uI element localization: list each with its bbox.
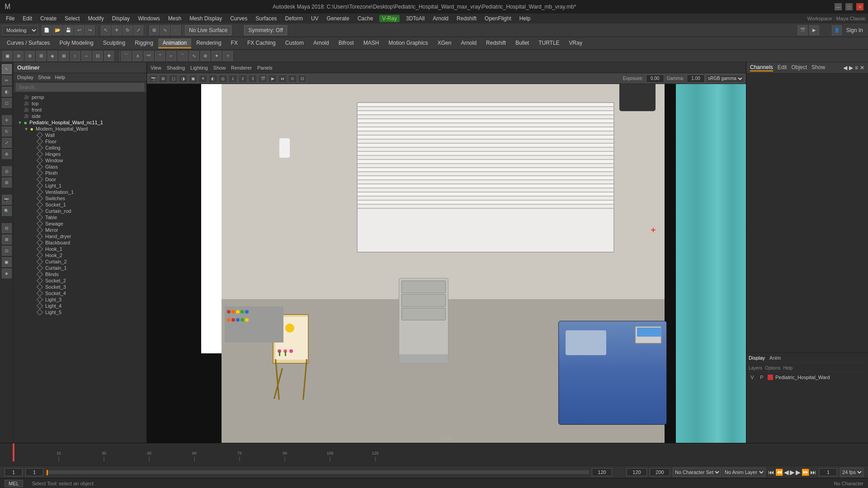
minimize-button[interactable]: — <box>835 3 842 10</box>
ipr-button[interactable]: ▶ <box>809 25 819 35</box>
icon-curve3[interactable]: ⌤ <box>144 51 154 61</box>
camera-track[interactable]: 🔍 <box>2 206 12 216</box>
list-item[interactable]: Door <box>14 176 146 183</box>
list-item[interactable]: Wall <box>14 132 146 138</box>
vp-res-high[interactable]: 3 <box>248 75 257 83</box>
menu-help[interactable]: Help <box>516 14 534 23</box>
tab-curves-surfaces[interactable]: Curves / Surfaces <box>2 38 54 48</box>
menu-redshift[interactable]: Redshift <box>453 14 480 23</box>
redo-button[interactable]: ↪ <box>85 25 95 35</box>
list-item[interactable]: Glass <box>14 164 146 170</box>
no-live-surface-label[interactable]: No Live Surface <box>185 25 231 35</box>
menu-mesh[interactable]: Mesh <box>165 14 185 23</box>
icon-left1[interactable]: ⊟ <box>2 223 12 233</box>
current-frame-input[interactable] <box>5 468 23 476</box>
no-character-set-select[interactable]: No Character Set <box>673 468 721 477</box>
tab-poly-modeling[interactable]: Poly Modeling <box>55 38 98 48</box>
panel-collapse-icon[interactable]: ▶ <box>849 65 853 71</box>
tab-motion-graphics[interactable]: Motion Graphics <box>384 38 432 48</box>
layer-vis-p[interactable]: P <box>758 375 765 380</box>
icon-curve9[interactable]: ✦ <box>212 51 222 61</box>
scale-tool2[interactable]: ⤢ <box>2 138 12 148</box>
icon-curve2[interactable]: ∧ <box>132 51 142 61</box>
list-item[interactable]: Curtain_rod <box>14 208 146 214</box>
gamma-input[interactable] <box>687 75 705 83</box>
vp-wire-btn[interactable]: ◻ <box>169 75 178 83</box>
menu-generate[interactable]: Generate <box>323 14 353 23</box>
range-end2-input[interactable] <box>650 468 670 476</box>
viewport-show-menu[interactable]: Show <box>213 65 226 70</box>
outliner-help-menu[interactable]: Help <box>55 75 66 80</box>
snap-point-button[interactable]: · <box>171 25 181 35</box>
select-tool-button[interactable]: ↖ <box>101 25 111 35</box>
outliner-show-menu[interactable]: Show <box>38 75 51 80</box>
list-item[interactable]: Table <box>14 214 146 221</box>
vp-hud-btn[interactable]: ⊡ <box>298 75 307 83</box>
list-item[interactable]: Light_5 <box>14 309 146 315</box>
icon-curve1[interactable]: ⌒ <box>121 51 131 61</box>
outliner-search-input[interactable] <box>16 83 144 91</box>
icon-tb6[interactable]: ⊠ <box>59 51 69 61</box>
list-item[interactable]: 🎥 top <box>14 100 146 107</box>
range-start2-input[interactable] <box>627 468 647 476</box>
tab-rigging[interactable]: Rigging <box>130 38 158 48</box>
tab-arnold[interactable]: Arnold <box>309 38 334 48</box>
sign-in-label[interactable]: Sign In <box>844 27 866 33</box>
icon-tb2[interactable]: ⊕ <box>14 51 24 61</box>
snap-grid-button[interactable]: ⊞ <box>149 25 159 35</box>
universal-tool[interactable]: ⊕ <box>2 149 12 159</box>
list-item[interactable]: Curtain_2 <box>14 258 146 265</box>
vp-camera-btn[interactable]: 📷 <box>149 75 158 83</box>
play-forward-button[interactable]: ▶ <box>790 469 795 476</box>
anim-layers-tab[interactable]: Anim <box>769 355 781 361</box>
tab-redshift[interactable]: Redshift <box>481 38 510 48</box>
list-item[interactable]: Socket_3 <box>14 284 146 290</box>
vp-xray-btn[interactable]: ◎ <box>218 75 227 83</box>
list-item[interactable]: Mirror <box>14 227 146 233</box>
render-button[interactable]: 🎬 <box>797 25 807 35</box>
menu-file[interactable]: File <box>2 14 18 23</box>
tab-sculpting[interactable]: Sculpting <box>99 38 130 48</box>
tab-bifrost[interactable]: Bifrost <box>334 38 359 48</box>
prev-frame-button[interactable]: ⏪ <box>775 469 783 476</box>
object-tab[interactable]: Object <box>791 64 807 71</box>
go-start-button[interactable]: ⏮ <box>768 469 774 476</box>
icon-tb9[interactable]: ⊟ <box>93 51 103 61</box>
menu-openflight[interactable]: OpenFlight <box>481 14 515 23</box>
icon-tb8[interactable]: ↔ <box>81 51 91 61</box>
move-tool-button[interactable]: ✛ <box>112 25 122 35</box>
menu-vray[interactable]: V-Ray <box>379 15 400 22</box>
rotate-tool-button[interactable]: ↻ <box>123 25 132 35</box>
tab-xgen[interactable]: XGen <box>433 38 456 48</box>
list-item[interactable]: Window <box>14 157 146 164</box>
icon-curve8[interactable]: ⊛ <box>200 51 210 61</box>
close-button[interactable]: ✕ <box>856 3 863 10</box>
list-item[interactable]: 🎥 side <box>14 113 146 119</box>
icon-left2[interactable]: ⊠ <box>2 235 12 244</box>
list-item[interactable]: Light_4 <box>14 303 146 309</box>
list-item[interactable]: Hook_2 <box>14 252 146 258</box>
show-manip-tool[interactable]: ⊞ <box>2 178 12 188</box>
undo-button[interactable]: ↩ <box>74 25 84 35</box>
maximize-button[interactable]: □ <box>845 3 853 10</box>
list-item[interactable]: Hook_1 <box>14 246 146 252</box>
sign-in-button[interactable]: 👤 <box>832 25 842 35</box>
mode-select[interactable]: Modeling Rigging Animation <box>2 25 38 35</box>
next-frame-button[interactable]: ⏩ <box>802 469 809 476</box>
list-item[interactable]: Ventilation_1 <box>14 189 146 195</box>
list-item[interactable]: Ceiling <box>14 145 146 151</box>
list-item[interactable]: Light_3 <box>14 296 146 303</box>
range-end-input[interactable] <box>592 468 612 476</box>
layers-options[interactable]: Options <box>765 366 780 371</box>
prev-step-button[interactable]: ◀ <box>784 469 789 476</box>
vp-shadow-btn[interactable]: ◐ <box>208 75 217 83</box>
channels-tab[interactable]: Channels <box>750 64 773 71</box>
icon-left4[interactable]: ▣ <box>2 257 12 267</box>
panel-expand-icon[interactable]: ◀ <box>843 65 847 71</box>
menu-surfaces[interactable]: Surfaces <box>252 14 280 23</box>
list-item[interactable]: Socket_1 <box>14 202 146 208</box>
outliner-display-menu[interactable]: Display <box>17 75 33 80</box>
no-anim-layer-select[interactable]: No Anim Layer <box>722 468 765 477</box>
tab-fx[interactable]: FX <box>226 38 242 48</box>
tab-mash[interactable]: MASH <box>359 38 384 48</box>
